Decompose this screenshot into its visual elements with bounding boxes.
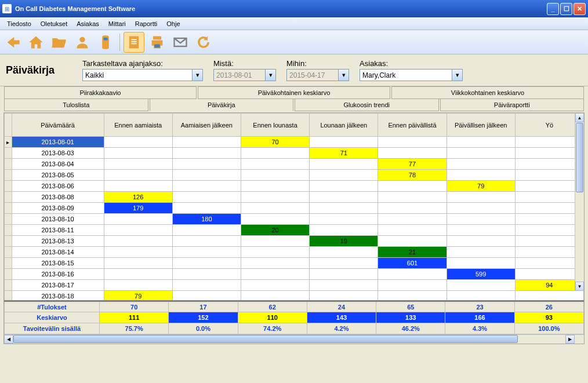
table-row[interactable]: 2013-08-09179	[5, 203, 584, 214]
value-cell[interactable]	[172, 170, 241, 181]
value-cell[interactable]	[447, 159, 515, 170]
value-cell[interactable]	[310, 247, 378, 258]
column-header[interactable]: Päivämäärä	[12, 114, 104, 137]
value-cell[interactable]	[515, 291, 583, 301]
value-cell[interactable]	[172, 181, 241, 192]
value-cell[interactable]	[378, 148, 447, 159]
value-cell[interactable]	[447, 203, 515, 214]
report-icon[interactable]	[124, 32, 144, 53]
table-row[interactable]: 2013-08-1794	[5, 280, 584, 291]
tab-Päiväkirja[interactable]: Päiväkirja	[150, 99, 294, 111]
value-cell[interactable]	[104, 159, 172, 170]
column-header[interactable]: Lounaan jälkeen	[310, 114, 378, 137]
value-cell[interactable]: 79	[447, 181, 515, 192]
value-cell[interactable]	[104, 236, 172, 247]
value-cell[interactable]	[104, 280, 172, 291]
value-cell[interactable]	[172, 159, 241, 170]
date-cell[interactable]: 2013-08-04	[12, 159, 104, 170]
table-row[interactable]: 2013-08-1319	[5, 236, 584, 247]
titlebar[interactable]: ⊞ On Call Diabetes Management Software _…	[0, 0, 588, 17]
value-cell[interactable]	[515, 148, 583, 159]
date-cell[interactable]: 2013-08-05	[12, 170, 104, 181]
date-cell[interactable]: 2013-08-01	[12, 137, 104, 148]
value-cell[interactable]	[241, 269, 309, 280]
value-cell[interactable]	[515, 247, 583, 258]
table-row[interactable]: 2013-08-1421	[5, 247, 584, 258]
value-cell[interactable]: 71	[310, 148, 378, 159]
value-cell[interactable]	[515, 159, 583, 170]
value-cell[interactable]	[310, 203, 378, 214]
column-header[interactable]: Ennen lounasta	[241, 114, 309, 137]
table-row[interactable]: 2013-08-0477	[5, 159, 584, 170]
mail-icon[interactable]	[170, 32, 191, 53]
value-cell[interactable]	[310, 181, 378, 192]
chevron-down-icon[interactable]: ▾	[339, 69, 349, 81]
tab-Glukoosin trendi[interactable]: Glukoosin trendi	[295, 99, 439, 111]
value-cell[interactable]	[104, 247, 172, 258]
value-cell[interactable]	[515, 203, 583, 214]
value-cell[interactable]	[104, 214, 172, 225]
column-header[interactable]: Ennen aamiaista	[104, 114, 172, 137]
value-cell[interactable]	[515, 236, 583, 247]
value-cell[interactable]	[378, 214, 447, 225]
value-cell[interactable]	[172, 280, 241, 291]
date-cell[interactable]: 2013-08-14	[12, 247, 104, 258]
value-cell[interactable]	[241, 247, 309, 258]
value-cell[interactable]	[310, 280, 378, 291]
value-cell[interactable]: 126	[104, 192, 172, 203]
value-cell[interactable]	[310, 258, 378, 269]
chevron-down-icon[interactable]: ▾	[452, 69, 463, 81]
home-icon[interactable]	[26, 32, 46, 53]
value-cell[interactable]	[172, 236, 241, 247]
back-icon[interactable]	[2, 32, 23, 53]
value-cell[interactable]	[310, 291, 378, 301]
value-cell[interactable]	[310, 225, 378, 236]
menu-file[interactable]: Tiedosto	[2, 19, 36, 29]
vertical-scrollbar[interactable]: ▲ ▼	[575, 113, 584, 291]
value-cell[interactable]	[447, 137, 515, 148]
value-cell[interactable]	[515, 225, 583, 236]
scroll-down-icon[interactable]: ▼	[575, 282, 584, 291]
value-cell[interactable]	[104, 258, 172, 269]
value-cell[interactable]	[104, 137, 172, 148]
table-row[interactable]: 2013-08-1879	[5, 291, 584, 301]
client-select[interactable]	[360, 69, 452, 81]
tab-Viikkokohtainen keskiarvo[interactable]: Viikkokohtainen keskiarvo	[391, 86, 584, 99]
value-cell[interactable]	[447, 170, 515, 181]
value-cell[interactable]	[378, 203, 447, 214]
value-cell[interactable]	[172, 203, 241, 214]
value-cell[interactable]	[447, 280, 515, 291]
date-cell[interactable]: 2013-08-18	[12, 291, 104, 301]
value-cell[interactable]	[515, 269, 583, 280]
value-cell[interactable]	[515, 137, 583, 148]
value-cell[interactable]: 601	[378, 258, 447, 269]
scroll-thumb[interactable]	[576, 123, 583, 192]
value-cell[interactable]	[241, 291, 309, 301]
meter-icon[interactable]	[95, 32, 116, 53]
value-cell[interactable]	[447, 236, 515, 247]
value-cell[interactable]	[104, 181, 172, 192]
table-row[interactable]: ▸2013-08-0170	[5, 137, 584, 148]
value-cell[interactable]	[241, 236, 309, 247]
table-row[interactable]: 2013-08-16599	[5, 269, 584, 280]
value-cell[interactable]	[378, 269, 447, 280]
chevron-down-icon[interactable]: ▾	[193, 69, 203, 81]
value-cell[interactable]	[515, 258, 583, 269]
column-header[interactable]: Ennen päivällistä	[378, 114, 447, 137]
value-cell[interactable]	[515, 214, 583, 225]
refresh-icon[interactable]	[193, 32, 214, 53]
scroll-thumb[interactable]	[13, 335, 518, 343]
value-cell[interactable]	[515, 170, 583, 181]
value-cell[interactable]	[310, 170, 378, 181]
date-cell[interactable]: 2013-08-15	[12, 258, 104, 269]
date-cell[interactable]: 2013-08-06	[12, 181, 104, 192]
tab-Tuloslista[interactable]: Tuloslista	[4, 99, 148, 111]
table-row[interactable]: 2013-08-0679	[5, 181, 584, 192]
value-cell[interactable]	[241, 192, 309, 203]
column-header[interactable]: Aamiaisen jälkeen	[172, 114, 241, 137]
date-cell[interactable]: 2013-08-16	[12, 269, 104, 280]
menu-report[interactable]: Raportti	[130, 19, 162, 29]
value-cell[interactable]: 78	[378, 170, 447, 181]
value-cell[interactable]	[241, 148, 309, 159]
tab-Päiväraportti[interactable]: Päiväraportti	[440, 99, 585, 111]
